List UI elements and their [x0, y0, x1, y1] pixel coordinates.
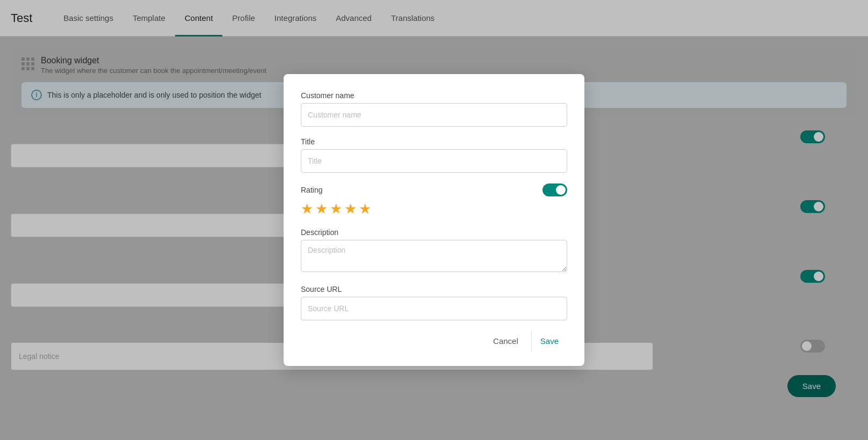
modal-overlay: Customer name Title Rating ★ ★ ★ ★ ★ Des…: [0, 0, 868, 440]
rating-label: Rating: [301, 186, 322, 194]
save-button[interactable]: Save: [531, 331, 567, 351]
star-4[interactable]: ★: [344, 201, 357, 217]
source-url-input[interactable]: [301, 297, 567, 320]
star-5[interactable]: ★: [359, 201, 371, 217]
title-input[interactable]: [301, 149, 567, 173]
source-url-label: Source URL: [301, 285, 567, 294]
rating-row: Rating: [301, 184, 567, 196]
title-group: Title: [301, 137, 567, 173]
rating-toggle[interactable]: [542, 184, 567, 196]
star-rating[interactable]: ★ ★ ★ ★ ★: [301, 201, 567, 217]
description-group: Description: [301, 228, 567, 274]
description-input[interactable]: [301, 240, 567, 272]
modal-footer: Cancel Save: [301, 331, 567, 351]
title-label: Title: [301, 137, 567, 146]
customer-name-label: Customer name: [301, 91, 567, 100]
modal-dialog: Customer name Title Rating ★ ★ ★ ★ ★ Des…: [284, 74, 584, 366]
rating-group: Rating ★ ★ ★ ★ ★: [301, 184, 567, 217]
star-2[interactable]: ★: [315, 201, 328, 217]
star-3[interactable]: ★: [330, 201, 342, 217]
customer-name-input[interactable]: [301, 103, 567, 127]
cancel-button[interactable]: Cancel: [484, 331, 527, 351]
star-1[interactable]: ★: [301, 201, 313, 217]
customer-name-group: Customer name: [301, 91, 567, 127]
description-label: Description: [301, 228, 567, 237]
source-url-group: Source URL: [301, 285, 567, 320]
